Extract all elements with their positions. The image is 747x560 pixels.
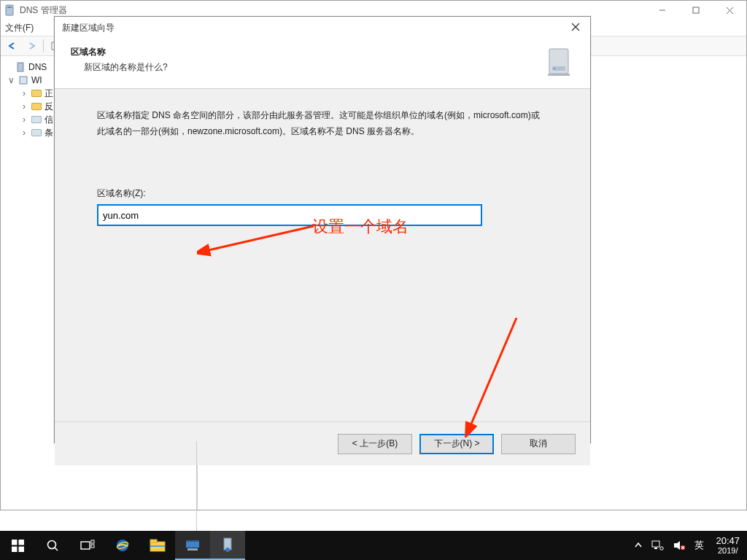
svg-rect-30 [150,540,157,542]
main-title: DNS 管理器 [20,4,67,17]
close-button[interactable] [713,1,746,20]
svg-rect-32 [186,542,199,548]
menu-file[interactable]: 文件(F) [5,22,34,34]
expand-icon[interactable]: › [20,101,28,112]
cancel-button[interactable]: 取消 [501,434,576,454]
clock-time: 20:47 [716,535,740,547]
svg-marker-40 [674,541,680,550]
dialog-title: 新建区域向导 [55,17,590,39]
watermark: 亿速云 [676,513,741,529]
wizard-heading: 区域名称 [71,46,545,58]
nav-forward-button[interactable] [23,38,40,54]
dns-manager-taskbar-button[interactable] [210,531,245,560]
svg-rect-24 [81,542,90,549]
taskview-button[interactable] [70,531,105,560]
minimize-button[interactable] [646,1,679,20]
svg-rect-3 [693,7,699,13]
clock-date: 2019/ [718,546,738,556]
svg-rect-38 [654,548,657,549]
svg-rect-8 [20,77,27,84]
maximize-button[interactable] [679,1,713,20]
svg-line-23 [55,548,58,551]
taskbar: 英 20:47 2019/ [0,531,747,560]
svg-rect-15 [548,74,570,76]
expand-icon[interactable]: › [20,114,28,125]
server-graphic-icon [545,46,574,78]
tray-volume-icon[interactable] [668,531,690,560]
svg-rect-18 [12,540,17,545]
start-button[interactable] [0,531,35,560]
dialog-close-button[interactable] [564,18,587,36]
zone-name-input[interactable] [97,204,482,226]
dns-app-icon [4,4,15,16]
svg-rect-1 [7,7,12,8]
tree-item-label: 正 [44,88,53,100]
search-button[interactable] [35,531,70,560]
ime-indicator[interactable]: 英 [690,531,708,560]
tray-overflow-button[interactable] [630,531,646,560]
cancel-button-label: 取消 [530,438,547,450]
svg-rect-34 [187,548,198,551]
tree-server-label: WI [31,75,42,85]
zone-name-label: 区域名称(Z): [97,187,548,200]
watermark-text: 亿速云 [704,514,741,529]
tree-item-label: 反 [44,101,53,113]
svg-rect-37 [652,541,659,547]
back-button[interactable]: < 上一步(B) [338,434,412,454]
folder-icon [31,116,42,123]
svg-rect-19 [18,540,23,545]
ie-button[interactable] [105,531,140,560]
svg-point-39 [660,547,663,550]
wizard-description: 区域名称指定 DNS 命名空间的部分，该部分由此服务器管理。这可能是你组织单位的… [97,108,548,139]
explorer-button[interactable] [140,531,175,560]
svg-rect-31 [150,545,165,547]
expand-icon[interactable]: › [20,128,28,138]
dns-icon [15,61,26,73]
folder-icon [31,129,42,136]
expand-icon[interactable]: › [20,88,28,98]
back-button-label: < 上一步(B) [352,438,398,450]
tree-root-label: DNS [28,62,47,72]
svg-rect-20 [12,546,17,551]
expand-icon[interactable]: ∨ [7,75,15,85]
folder-icon [31,90,42,97]
svg-rect-33 [186,540,199,542]
taskbar-clock[interactable]: 20:47 2019/ [708,535,747,556]
cloud-icon [676,513,700,529]
nav-back-button[interactable] [4,38,21,54]
svg-rect-26 [91,545,94,548]
server-icon [18,74,29,86]
tray-network-icon[interactable] [646,531,668,560]
svg-rect-25 [91,540,94,543]
tree-item-label: 条 [44,127,53,139]
new-zone-wizard-dialog: 新建区域向导 区域名称 新区域的名称是什么? 区域名称指定 DNS 命名空间的部… [54,16,591,443]
server-manager-button[interactable] [175,531,210,560]
wizard-subheading: 新区域的名称是什么? [71,61,545,74]
svg-point-14 [554,68,555,69]
svg-point-36 [225,548,230,552]
svg-rect-7 [18,63,23,71]
svg-point-22 [48,541,56,549]
folder-icon [31,103,42,110]
next-button[interactable]: 下一步(N) > [419,434,494,454]
next-button-label: 下一步(N) > [434,438,480,450]
svg-rect-21 [18,546,23,551]
tree-item-label: 信 [44,114,53,126]
